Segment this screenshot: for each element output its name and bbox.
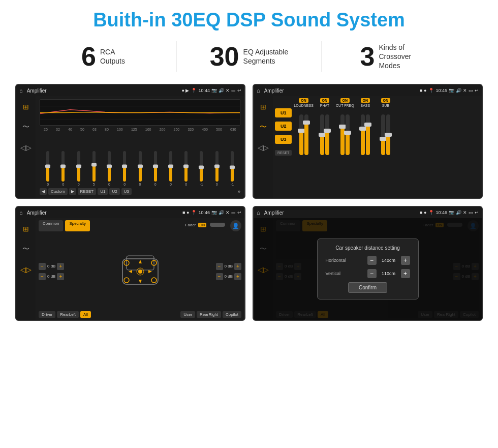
slider-track-1[interactable] [61,151,65,182]
slider-track-9[interactable] [184,151,188,182]
channel-col-4: ON SUB [377,98,395,196]
eq-next-btn[interactable]: ▶ [69,188,76,195]
slider-value-0: 0 [47,183,49,186]
eq-reset-btn[interactable]: RESET [78,188,97,195]
eq-u1-btn[interactable]: U1 [98,188,108,195]
slider-track-8[interactable] [169,151,172,182]
db-minus-fr[interactable]: − [216,263,223,270]
speaker-icon-3[interactable]: ◁▷ [19,263,33,276]
x-icon-3: ✕ [226,210,230,215]
ch-slider-1-0[interactable] [320,114,324,155]
slider-track-12[interactable] [231,151,234,182]
ch-slider-4-1[interactable] [386,114,390,155]
slider-track-0[interactable] [46,151,49,182]
person-icon[interactable]: 👤 [230,220,241,231]
copilot-btn[interactable]: Copilot [223,311,241,318]
slider-value-2: 0 [78,183,80,186]
rearleft-btn[interactable]: RearLeft [57,311,79,318]
db-plus-rr[interactable]: + [234,273,241,280]
slider-thumb-3 [91,163,97,167]
back-icon-2: ↩ [475,88,479,93]
vertical-plus-btn[interactable]: + [401,269,410,278]
slider-value-1: 0 [62,183,64,186]
crossover-reset-btn[interactable]: RESET [275,150,292,156]
speaker-icon-1[interactable]: ◁▷ [19,141,33,154]
eq-freq-labels: 2532 4050 6380 100125 160200 250320 4005… [40,128,240,131]
user-btn[interactable]: User [180,311,195,318]
db-minus-fl[interactable]: − [39,263,46,270]
u1-btn[interactable]: U1 [275,108,292,117]
slider-track-5[interactable] [123,151,126,182]
vertical-minus-btn[interactable]: − [367,269,377,278]
confirm-button[interactable]: Confirm [348,282,387,293]
location-icon-4: 📍 [428,210,434,215]
wave-icon-3[interactable]: 〜 [19,243,33,256]
time-4: 10:46 [435,210,447,215]
slider-track-2[interactable] [77,151,80,182]
ch-slider-0-1[interactable] [304,114,308,155]
status-icons-1: 📍 10:44 📷 🔊 ✕ ▭ ↩ [191,88,241,93]
db-value-fl: 0 dB [47,264,55,268]
slider-track-10[interactable] [200,151,203,182]
volume-icon-2: 🔊 [456,88,461,93]
screen-dialog: ⌂ Amplifier ■ ● 📍 10:46 📷 🔊 ✕ ▭ ↩ ⊞ 〜 ◁▷ [253,206,483,321]
status-bar-2: ⌂ Amplifier ■ ● 📍 10:45 📷 🔊 ✕ ▭ ↩ [254,85,482,96]
all-btn[interactable]: All [80,311,91,318]
ch-thumb-0-0 [298,129,305,133]
eq-u3-btn[interactable]: U3 [121,188,132,195]
distance-dialog: Car speaker distance setting Horizontal … [317,238,419,300]
slider-track-3[interactable] [92,151,96,182]
slider-value-6: 0 [139,183,141,186]
eq-custom-btn[interactable]: Custom [48,188,68,195]
channel-on-4: ON [381,98,391,103]
eq-u2-btn[interactable]: U2 [109,188,119,195]
db-plus-fl[interactable]: + [57,263,64,270]
driver-btn[interactable]: Driver [39,311,55,318]
fader-slider[interactable] [210,223,225,227]
ch-slider-1-1[interactable] [325,114,329,155]
eq-icon-2[interactable]: ⊞ [257,100,270,113]
eq-slider-col-12: -1 [225,151,239,186]
screen3-title: Amplifier [27,210,180,216]
dialog-row-horizontal: Horizontal − 140cm + [326,256,410,265]
horizontal-minus-btn[interactable]: − [367,256,377,265]
slider-track-11[interactable] [215,151,219,182]
stat-eq: 30 EQ Adjustable Segments [176,43,322,70]
ch-slider-2-1[interactable] [346,114,350,155]
ch-slider-3-1[interactable] [366,114,370,155]
channel-col-3: ON BASS [356,98,375,196]
ch-slider-3-0[interactable] [361,114,365,155]
ch-slider-2-0[interactable] [340,114,345,155]
db-plus-rl[interactable]: + [57,273,64,280]
screen3-dot: ■ ● [182,210,189,215]
u3-btn[interactable]: U3 [275,135,292,144]
dialog-row-vertical: Vertical − 110cm + [326,269,410,278]
battery-icon-2: ▭ [469,88,473,93]
eq-icon-3[interactable]: ⊞ [19,222,33,235]
speaker-main: − 0 dB + − 0 dB + [39,233,241,309]
slider-track-7[interactable] [154,151,157,182]
slider-thumb-10 [199,166,204,169]
eq-prev-btn[interactable]: ◀ [40,188,47,195]
slider-thumb-2 [76,165,81,168]
wave-icon-1[interactable]: 〜 [19,121,33,134]
slider-track-4[interactable] [108,151,111,182]
eq-graph [40,99,240,126]
stat-number-crossover: 3 [360,43,375,70]
speaker-icon-2[interactable]: ◁▷ [257,141,270,154]
db-minus-rr[interactable]: − [216,273,223,280]
eq-icon-1[interactable]: ⊞ [19,100,33,113]
horizontal-plus-btn[interactable]: + [401,256,410,265]
u2-btn[interactable]: U2 [275,122,292,131]
crossover-content: U1 U2 U3 RESET ON LOUDNESS [273,96,482,198]
stat-rca: 6 RCA Outputs [30,43,176,70]
tab-specialty[interactable]: Specialty [65,220,89,231]
wave-icon-2[interactable]: 〜 [257,121,270,134]
eq-slider-col-4: 0 [102,151,116,186]
db-control-rl: − 0 dB + [39,273,64,280]
tab-common[interactable]: Common [39,220,63,231]
slider-track-6[interactable] [139,151,142,182]
db-minus-rl[interactable]: − [39,273,46,280]
rearright-btn[interactable]: RearRight [197,311,221,318]
db-plus-fr[interactable]: + [234,263,241,270]
